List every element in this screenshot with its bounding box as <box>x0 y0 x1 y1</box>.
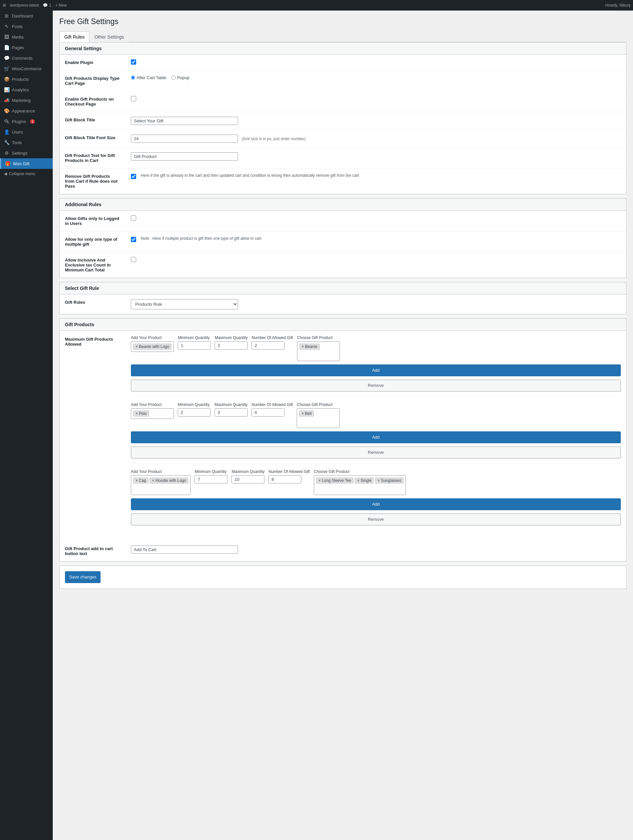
comments-count[interactable]: 💬 1 <box>43 3 51 8</box>
general-settings-table: Enable Plugin Gift Products Display Type… <box>60 55 626 194</box>
popup-radio[interactable] <box>171 76 176 80</box>
tag-sunglasses[interactable]: × Sunglasses <box>375 478 404 483</box>
tag-beanie-with-logo[interactable]: × Beanie with Logo <box>133 344 171 350</box>
additional-rules-heading: Additional Rules <box>60 199 626 211</box>
tab-other-settings[interactable]: Other Settings <box>89 32 129 42</box>
comments-icon: 💬 <box>4 55 9 61</box>
enable-plugin-label: Enable Plugin <box>65 60 93 65</box>
remove-button-2[interactable]: Remove <box>131 447 621 458</box>
min-qty-input-2[interactable] <box>178 408 211 417</box>
enable-checkout-checkbox[interactable] <box>131 96 136 101</box>
collapse-menu-item[interactable]: ◀Collapse menu <box>0 169 53 179</box>
sidebar-item-plugins[interactable]: 🔌Plugins1 <box>0 116 53 126</box>
tag-belt[interactable]: × Belt <box>299 411 314 417</box>
enable-plugin-checkbox[interactable] <box>131 59 136 65</box>
sidebar-item-marketing[interactable]: 📣Marketing <box>0 95 53 106</box>
allowed-gift-input-2[interactable] <box>251 408 284 417</box>
tag-hoodie-with-logo[interactable]: × Hoodie with Logo <box>150 478 188 483</box>
min-qty-input-3[interactable] <box>194 475 227 483</box>
min-qty-label-2: Minimum Quantity <box>178 403 211 407</box>
sidebar-item-analytics[interactable]: 📊Analytics <box>0 84 53 95</box>
max-qty-input-2[interactable] <box>215 408 248 417</box>
one-type-checkbox-label[interactable]: Note : Here if multiple product is gift … <box>131 236 621 242</box>
remove-button-1[interactable]: Remove <box>131 380 621 392</box>
sidebar-item-tools[interactable]: 🔧Tools <box>0 137 53 148</box>
add-to-cart-text-input[interactable] <box>131 545 238 554</box>
sidebar-item-users[interactable]: 👤Users <box>0 126 53 137</box>
logged-in-checkbox[interactable] <box>131 215 136 221</box>
add-product-input-1[interactable]: × Beanie with Logo <box>131 341 174 352</box>
sidebar-item-media[interactable]: 🖼Media <box>0 32 53 42</box>
inclusive-tax-label: Allow Inclusive And Exclusive tax Count … <box>65 257 111 272</box>
tag-cap[interactable]: × Cap <box>133 478 148 483</box>
gift-block-title-label: Gift Block Title <box>65 117 95 122</box>
sidebar-item-comments[interactable]: 💬Comments <box>0 53 53 63</box>
max-qty-group-3: Maximum Quantity <box>231 469 264 483</box>
add-button-3[interactable]: Add <box>131 498 621 510</box>
remove-button-3[interactable]: Remove <box>131 513 621 525</box>
add-product-input-3[interactable]: × Cap × Hoodie with Logo <box>131 475 191 495</box>
tag-polo[interactable]: × Polo <box>133 411 149 417</box>
new-content[interactable]: + New <box>55 3 66 8</box>
max-qty-input-3[interactable] <box>231 475 264 483</box>
after-cart-radio[interactable] <box>131 76 135 80</box>
add-remove-btns-2: Add Remove <box>131 431 621 458</box>
add-product-input-2[interactable]: × Polo <box>131 408 174 419</box>
remove-gift-label: Remove Gift Products from Cart if Rule d… <box>65 174 118 189</box>
choose-gift-input-3[interactable]: × Long Sleeve Tee × Single × Sunglasses <box>314 475 406 495</box>
tag-single[interactable]: × Single <box>355 478 374 483</box>
one-type-checkbox[interactable] <box>131 237 136 242</box>
dashboard-icon: ⊞ <box>4 13 9 19</box>
sidebar-item-woo-gift[interactable]: 🎁Woo Gift <box>0 158 53 169</box>
add-remove-btns-3: Add Remove <box>131 498 621 525</box>
add-button-1[interactable]: Add <box>131 365 621 376</box>
min-qty-input-1[interactable] <box>178 341 211 350</box>
sidebar-item-posts[interactable]: ✎Posts <box>0 21 53 32</box>
inclusive-tax-checkbox[interactable] <box>131 257 136 262</box>
inclusive-tax-row: Allow Inclusive And Exclusive tax Count … <box>60 252 626 278</box>
remove-gift-checkbox-label[interactable]: Here if the gift is already in the cart … <box>131 173 621 179</box>
howdy-text: Howdy, Nikunj <box>605 3 630 8</box>
allowed-gift-label-3: Number Of Allowed Gift <box>268 469 309 474</box>
additional-rules-section: Additional Rules Allow Gifts only to Log… <box>59 198 627 278</box>
gift-block-title-input[interactable] <box>131 117 238 125</box>
gift-fields-1: Add Your Product × Beanie with Logo Mini… <box>131 335 621 361</box>
site-name[interactable]: wordpress-latest <box>10 3 39 8</box>
after-cart-radio-label[interactable]: After Cart Table <box>131 75 166 80</box>
save-changes-button[interactable]: Save changes <box>65 571 101 583</box>
admin-bar-right: Howdy, Nikunj <box>605 3 630 8</box>
sidebar-item-woocommerce[interactable]: 🛒WooCommerce <box>0 63 53 74</box>
allowed-gift-label-1: Number Of Allowed Gift <box>251 335 293 340</box>
gift-product-text-input[interactable] <box>131 152 238 161</box>
sidebar-item-pages[interactable]: 📄Pages <box>0 42 53 53</box>
choose-gift-input-1[interactable]: × Beanie <box>297 341 340 361</box>
admin-menu: ⊞Dashboard ✎Posts 🖼Media 📄Pages 💬Comment… <box>0 11 53 179</box>
admin-bar-left: ⊞ wordpress-latest 💬 1 + New <box>3 3 66 8</box>
popup-radio-label[interactable]: Popup <box>171 75 189 80</box>
tag-long-sleeve-tee[interactable]: × Long Sleeve Tee <box>316 478 354 483</box>
sidebar-item-appearance[interactable]: 🎨Appearance <box>0 106 53 116</box>
sidebar-item-settings[interactable]: ⚙Settings <box>0 148 53 158</box>
tab-gift-rules[interactable]: Gift Rules <box>59 32 89 42</box>
gift-rules-select[interactable]: Products Rule <box>131 299 238 309</box>
max-qty-label-1: Maximum Quantity <box>215 335 248 340</box>
gift-products-heading: Gift Products <box>60 319 626 331</box>
min-qty-group-2: Minimum Quantity <box>178 403 211 417</box>
font-size-input[interactable] <box>131 134 238 143</box>
remove-gift-checkbox[interactable] <box>131 174 136 179</box>
divider-3 <box>59 314 627 318</box>
allowed-gift-label-2: Number Of Allowed Gift <box>251 403 293 407</box>
wp-logo[interactable]: ⊞ <box>3 3 6 8</box>
plugins-badge: 1 <box>30 119 35 124</box>
pages-icon: 📄 <box>4 45 9 50</box>
max-qty-input-1[interactable] <box>215 341 248 350</box>
tag-beanie[interactable]: × Beanie <box>299 344 320 350</box>
sidebar-item-dashboard[interactable]: ⊞Dashboard <box>0 11 53 21</box>
add-button-2[interactable]: Add <box>131 431 621 443</box>
select-gift-rule-table: Gift Rules Products Rule <box>60 295 626 314</box>
choose-gift-input-2[interactable]: × Belt <box>297 408 339 428</box>
sidebar-item-products[interactable]: 📦Products <box>0 74 53 84</box>
add-product-group-1: Add Your Product × Beanie with Logo <box>131 335 174 352</box>
allowed-gift-input-1[interactable] <box>251 341 284 350</box>
allowed-gift-input-3[interactable] <box>268 475 302 483</box>
